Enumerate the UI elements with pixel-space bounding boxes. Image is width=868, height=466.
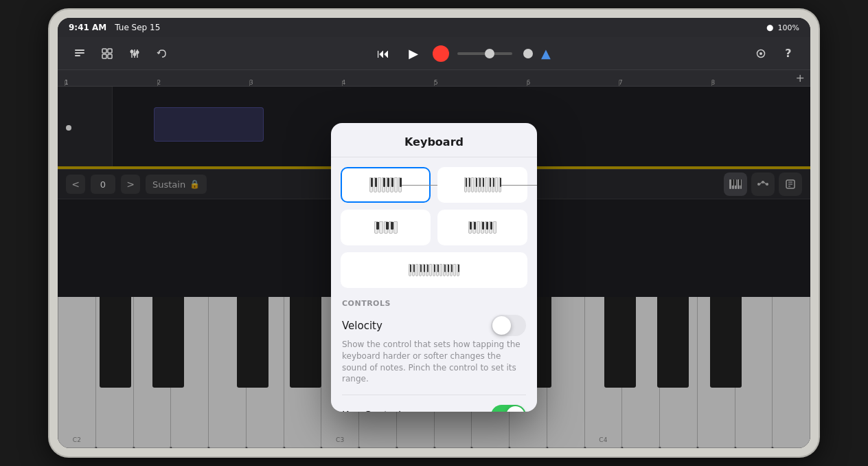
velocity-label: Velocity (342, 320, 382, 332)
svg-point-12 (136, 50, 139, 54)
toolbar-right-buttons: ? (750, 43, 799, 65)
ruler-mark-3: 3 (249, 79, 342, 86)
ruler-mark-6: 6 (527, 79, 619, 86)
ruler-marks: 1 2 3 4 5 6 7 8 (65, 70, 803, 86)
modal-title: Keyboard (331, 123, 537, 157)
tracks-view-button[interactable] (96, 43, 118, 65)
velocity-description: Show the control that sets how tapping t… (342, 339, 526, 385)
key-controls-toggle-row: Key Controls (342, 405, 526, 412)
ruler-mark-1: 1 (65, 79, 157, 86)
ruler-mark-2: 2 (157, 79, 250, 86)
key-controls-toggle[interactable] (491, 405, 526, 412)
status-time: 9:41 AM (69, 23, 106, 32)
svg-point-11 (133, 52, 137, 56)
volume-thumb (485, 49, 494, 58)
transport-controls: ⏮ ▶ ▲ (372, 43, 551, 65)
mixer-button[interactable] (124, 43, 146, 65)
keyboard-size-options (331, 157, 537, 293)
velocity-toggle-row: Velocity (342, 315, 526, 336)
svg-rect-3 (102, 49, 106, 53)
velocity-toggle[interactable] (491, 315, 526, 336)
song-settings-button[interactable] (750, 43, 772, 65)
velocity-toggle-thumb (492, 316, 511, 335)
master-volume-thumb (523, 49, 533, 58)
new-track-button[interactable] (69, 43, 91, 65)
svg-point-10 (130, 49, 134, 53)
svg-rect-6 (108, 54, 112, 58)
battery-icon: 100% (778, 23, 799, 32)
volume-slider[interactable] (457, 52, 512, 55)
modal-divider (342, 395, 526, 395)
ipad-screen: 9:41 AM Tue Sep 15 ● 100% (58, 18, 810, 448)
svg-rect-1 (75, 52, 84, 54)
keyboard-size-option-2[interactable] (437, 167, 527, 203)
record-button[interactable] (433, 45, 449, 62)
svg-point-14 (760, 52, 762, 55)
svg-rect-2 (75, 55, 80, 56)
key-controls-toggle-thumb (506, 406, 525, 412)
undo-button[interactable] (151, 43, 173, 65)
keyboard-size-option-1[interactable] (341, 167, 431, 203)
timeline-ruler: 1 2 3 4 5 6 7 8 + (58, 70, 810, 87)
controls-settings-section: CONTROLS Velocity Show the control that … (331, 293, 537, 412)
ruler-mark-7: 7 (619, 79, 711, 86)
rewind-button[interactable]: ⏮ (372, 43, 394, 65)
status-date: Tue Sep 15 (115, 23, 160, 32)
ruler-mark-4: 4 (342, 79, 435, 86)
toolbar: ⏮ ▶ ▲ ? (58, 37, 810, 70)
add-track-button[interactable]: + (796, 71, 805, 85)
metronome-icon[interactable]: ▲ (541, 46, 551, 60)
keyboard-size-option-4[interactable] (437, 210, 527, 245)
keyboard-size-option-3[interactable] (341, 210, 431, 245)
modal-overlay[interactable]: Keyboard (58, 87, 810, 448)
pointer-line-2 (501, 185, 538, 186)
main-content: < 0 > Sustain 🔒 (58, 87, 810, 448)
ruler-mark-5: 5 (434, 79, 527, 86)
svg-rect-5 (102, 54, 106, 58)
keyboard-settings-modal: Keyboard (331, 123, 537, 412)
status-right-icons: ● 100% (766, 23, 799, 32)
svg-rect-0 (75, 49, 84, 51)
status-bar: 9:41 AM Tue Sep 15 ● 100% (58, 18, 810, 37)
ipad-frame: 9:41 AM Tue Sep 15 ● 100% (49, 10, 819, 456)
keyboard-size-option-5[interactable] (341, 252, 527, 288)
ruler-mark-8: 8 (711, 79, 804, 86)
play-button[interactable]: ▶ (402, 43, 424, 65)
controls-section-label: CONTROLS (342, 299, 526, 308)
wifi-icon: ● (766, 23, 773, 32)
key-controls-label: Key Controls (342, 410, 407, 412)
svg-rect-4 (108, 49, 112, 53)
help-button[interactable]: ? (777, 43, 799, 65)
